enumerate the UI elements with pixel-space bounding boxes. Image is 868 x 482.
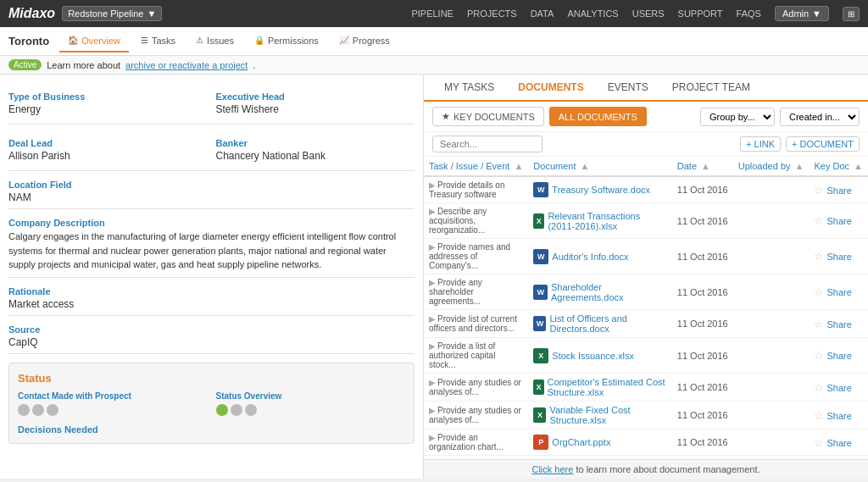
file-icon-4: W bbox=[533, 316, 546, 331]
nav-users[interactable]: USERS bbox=[632, 8, 665, 19]
sort-arrow-doc[interactable]: ▲ bbox=[581, 161, 590, 171]
star-icon-1[interactable]: ☆ bbox=[814, 214, 824, 227]
task-cell-6: ▶Provide any studies or analyses of... bbox=[424, 374, 528, 402]
tab-documents[interactable]: DOCUMENTS bbox=[506, 75, 595, 102]
expand-icon-3[interactable]: ▶ bbox=[429, 278, 436, 287]
star-icon-7[interactable]: ☆ bbox=[814, 409, 824, 422]
expand-icon-4[interactable]: ▶ bbox=[429, 314, 436, 324]
tab-overview[interactable]: 🏠 Overview bbox=[59, 30, 129, 53]
doc-name-2: W Auditor's Info.docx bbox=[533, 249, 666, 264]
doc-filename-2[interactable]: Auditor's Info.docx bbox=[552, 252, 628, 262]
doc-cell-5: X Stock Issuance.xlsx bbox=[528, 338, 671, 374]
doc-name-6: X Competitor's Estimated Cost Structure.… bbox=[533, 377, 666, 397]
nav-analytics[interactable]: ANALYTICS bbox=[567, 8, 618, 19]
expand-icon-5[interactable]: ▶ bbox=[429, 341, 436, 351]
sub-navigation: Toronto 🏠 Overview ☰ Tasks ⚠ Issues 🔒 Pe… bbox=[0, 27, 868, 56]
sort-arrow-key[interactable]: ▲ bbox=[854, 161, 863, 171]
keydoc-cell-7: ☆ Share bbox=[809, 402, 868, 429]
tab-issues[interactable]: ⚠ Issues bbox=[187, 30, 242, 53]
star-icon-8[interactable]: ☆ bbox=[814, 436, 824, 449]
doc-filename-5[interactable]: Stock Issuance.xlsx bbox=[552, 351, 634, 361]
all-documents-button[interactable]: ALL DOCUMENTS bbox=[549, 107, 647, 126]
date-cell-3: 11 Oct 2016 bbox=[672, 274, 733, 310]
doc-filename-4[interactable]: List of Officers and Directors.docx bbox=[549, 313, 666, 334]
doc-filename-7[interactable]: Variable Fixed Cost Structure.xlsx bbox=[549, 405, 666, 425]
expand-icon-0[interactable]: ▶ bbox=[429, 180, 436, 190]
status-cols: Contact Made with Prospect Status Overvi… bbox=[18, 391, 405, 416]
doc-filename-8[interactable]: OrgChart.pptx bbox=[552, 437, 610, 447]
share-link-0[interactable]: Share bbox=[827, 186, 852, 196]
file-icon-0: W bbox=[533, 182, 548, 197]
tab-my-tasks[interactable]: MY TASKS bbox=[432, 75, 506, 102]
sort-arrow-upload[interactable]: ▲ bbox=[795, 161, 804, 171]
dot-2 bbox=[32, 404, 44, 416]
contact-dots bbox=[18, 404, 208, 416]
expand-icon-6[interactable]: ▶ bbox=[429, 378, 436, 387]
star-icon-6[interactable]: ☆ bbox=[814, 381, 824, 394]
share-link-2[interactable]: Share bbox=[827, 252, 852, 262]
group-by-select[interactable]: Group by... bbox=[700, 108, 775, 126]
expand-icon-8[interactable]: ▶ bbox=[429, 433, 436, 442]
share-link-7[interactable]: Share bbox=[827, 411, 852, 421]
expand-icon-1[interactable]: ▶ bbox=[429, 207, 436, 216]
share-link-1[interactable]: Share bbox=[827, 216, 852, 226]
tab-progress[interactable]: 📈 Progress bbox=[331, 30, 398, 53]
doc-filename-3[interactable]: Shareholder Agreements.docx bbox=[551, 282, 667, 302]
share-link-8[interactable]: Share bbox=[827, 438, 852, 448]
key-documents-button[interactable]: ★ KEY DOCUMENTS bbox=[432, 107, 544, 126]
expand-icon-2[interactable]: ▶ bbox=[429, 242, 436, 252]
search-input[interactable] bbox=[432, 136, 542, 152]
click-here-link[interactable]: Click here bbox=[531, 464, 573, 474]
tab-permissions-label: Permissions bbox=[268, 36, 319, 46]
link-doc-buttons: + LINK + DOCUMENT bbox=[740, 136, 860, 152]
nav-pipeline[interactable]: PIPELINE bbox=[411, 8, 453, 19]
expand-icon-7[interactable]: ▶ bbox=[429, 406, 436, 415]
col-date: Date ▲ bbox=[672, 157, 733, 176]
pipeline-selector[interactable]: Redstone Pipeline ▼ bbox=[62, 6, 162, 21]
share-link-5[interactable]: Share bbox=[827, 351, 852, 361]
star-icon-4[interactable]: ☆ bbox=[814, 318, 824, 330]
share-link-3[interactable]: Share bbox=[827, 287, 852, 297]
share-link-4[interactable]: Share bbox=[827, 319, 852, 330]
nav-data[interactable]: DATA bbox=[531, 8, 554, 19]
doc-filename-0[interactable]: Treasury Software.docx bbox=[552, 185, 650, 195]
nav-support[interactable]: SUPPORT bbox=[678, 8, 723, 19]
doc-name-3: W Shareholder Agreements.docx bbox=[533, 282, 666, 302]
tab-events[interactable]: EVENTS bbox=[596, 75, 660, 102]
deal-banker-row: Deal Lead Allison Parish Banker Chancery… bbox=[8, 130, 415, 165]
status-section: Status Contact Made with Prospect Status… bbox=[8, 363, 415, 444]
nav-projects[interactable]: PROJECTS bbox=[467, 8, 517, 19]
dot-gray-1 bbox=[231, 404, 242, 416]
doc-filename-6[interactable]: Competitor's Estimated Cost Structure.xl… bbox=[548, 377, 667, 397]
date-cell-4: 11 Oct 2016 bbox=[672, 310, 733, 338]
keydoc-cell-1: ☆ Share bbox=[809, 203, 868, 239]
status-overview-col: Status Overview bbox=[216, 391, 406, 416]
deal-lead-section: Deal Lead Allison Parish bbox=[8, 130, 208, 165]
doc-filename-1[interactable]: Relevant Transactions (2011-2016).xlsx bbox=[548, 211, 666, 231]
star-icon-3[interactable]: ☆ bbox=[814, 285, 824, 298]
sort-arrow-task[interactable]: ▲ bbox=[514, 161, 523, 171]
star-icon-5[interactable]: ☆ bbox=[814, 349, 824, 362]
tab-permissions[interactable]: 🔒 Permissions bbox=[246, 30, 327, 53]
link-button[interactable]: + LINK bbox=[740, 136, 781, 152]
share-link-6[interactable]: Share bbox=[827, 383, 852, 393]
created-in-select[interactable]: Created in... bbox=[780, 108, 860, 126]
star-icon-2[interactable]: ☆ bbox=[814, 250, 824, 263]
star-icon-0[interactable]: ☆ bbox=[814, 184, 824, 197]
dot-green bbox=[216, 404, 228, 416]
archive-link[interactable]: archive or reactivate a project bbox=[125, 60, 248, 70]
divider-3 bbox=[8, 208, 415, 209]
tasks-icon: ☰ bbox=[141, 36, 148, 45]
nav-faqs[interactable]: FAQS bbox=[737, 8, 761, 19]
screen-icon[interactable]: ⊞ bbox=[843, 7, 860, 21]
document-button[interactable]: + DOCUMENT bbox=[786, 136, 860, 152]
admin-button[interactable]: Admin ▼ bbox=[775, 6, 829, 21]
doc-cell-7: X Variable Fixed Cost Structure.xlsx bbox=[528, 402, 671, 429]
file-icon-3: W bbox=[533, 285, 548, 300]
right-panel: MY TASKS DOCUMENTS EVENTS PROJECT TEAM ★… bbox=[424, 75, 868, 479]
task-cell-3: ▶Provide any shareholder agreements... bbox=[424, 274, 528, 310]
tab-project-team[interactable]: PROJECT TEAM bbox=[660, 75, 762, 102]
sort-arrow-date[interactable]: ▲ bbox=[701, 161, 710, 171]
tab-tasks[interactable]: ☰ Tasks bbox=[132, 30, 184, 53]
divider-4 bbox=[8, 277, 415, 278]
